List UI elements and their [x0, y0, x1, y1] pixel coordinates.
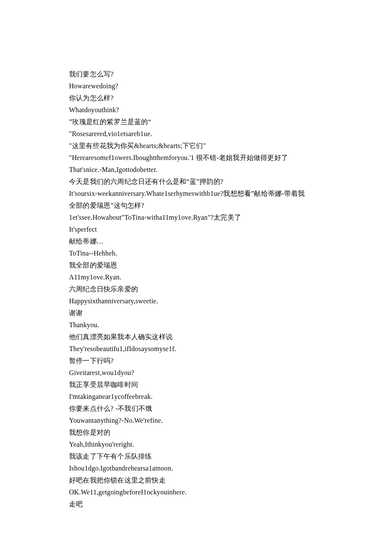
text-line: Howarewedoing? — [69, 80, 308, 92]
text-line: 谢谢 — [69, 307, 308, 319]
text-line: Ishou1dgo.Igotbandrehearsa1atnoon. — [69, 462, 308, 474]
text-line: 走吧 — [69, 498, 308, 510]
text-line: A11my1ove.Ryan. — [69, 271, 308, 283]
text-line: OK.We11,getgoingbeforeI1ockyouinhere. — [69, 486, 308, 498]
text-line: They'resobeautifu1,ifIdosaysomyse1f. — [69, 343, 308, 355]
text-line: Youwantanything?-No.We'refine. — [69, 415, 308, 427]
text-line: 我该走了下午有个乐队排练 — [69, 450, 308, 462]
text-line: 我想你是对的 — [69, 427, 308, 439]
text-line: 献给蒂娜… — [69, 235, 308, 247]
text-line: Yeah,Ithinkyou'reright. — [69, 439, 308, 450]
text-line: 我们要怎么写? — [69, 68, 308, 80]
text-line: It'soursix-weekanniversary.Whate1serhyme… — [69, 188, 308, 212]
text-line: Happysixthanniversary,sweetie. — [69, 295, 308, 307]
document-page: 我们要怎么写? Howarewedoing? 你认为怎么样? Whatdoyou… — [0, 0, 308, 544]
text-line: It'sperfect — [69, 224, 308, 235]
text-line: "这里有些花我为你买&hearts;&hearts;下它们" — [69, 140, 308, 152]
text-line: ToTina--Hehheh. — [69, 247, 308, 259]
text-line: 你要来点什么? -不我们不饿 — [69, 403, 308, 415]
text-line: 暂停一下行吗? — [69, 355, 308, 367]
text-line: 六周纪念日快乐亲爱的 — [69, 283, 308, 295]
text-line: 我正享受晨早咖啡时间 — [69, 379, 308, 391]
text-line: "Herearesomef1owers.Iboughtthemforyou.'1… — [69, 152, 308, 164]
text-line: That'snice.-Man,Igottodobetter. — [69, 164, 308, 176]
text-line: Whatdoyouthink? — [69, 104, 308, 116]
text-line: 好吧在我把你锁在这里之前快走 — [69, 474, 308, 486]
text-line: Giveitarest,wou1dyou? — [69, 367, 308, 379]
text-line: 你认为怎么样? — [69, 92, 308, 104]
text-line: 我全部的爱瑞恩 — [69, 259, 308, 271]
text-line: "Rosesarered,vio1etsareb1ue. — [69, 128, 308, 140]
text-line: I'mtakinganear1ycoffeebreak. — [69, 391, 308, 403]
text-line: Thankyou. — [69, 319, 308, 331]
text-line: 他们真漂亮如果我本人确实这样说 — [69, 331, 308, 343]
text-line: ”玫瑰是红的紫罗兰是蓝的“ — [69, 116, 308, 128]
text-line: 今天是我们的六周纪念日还有什么是和“蓝”押韵的? — [69, 176, 308, 188]
text-line: 1et'ssee.Howabout"ToTina-witha11my1ove.R… — [69, 212, 308, 224]
